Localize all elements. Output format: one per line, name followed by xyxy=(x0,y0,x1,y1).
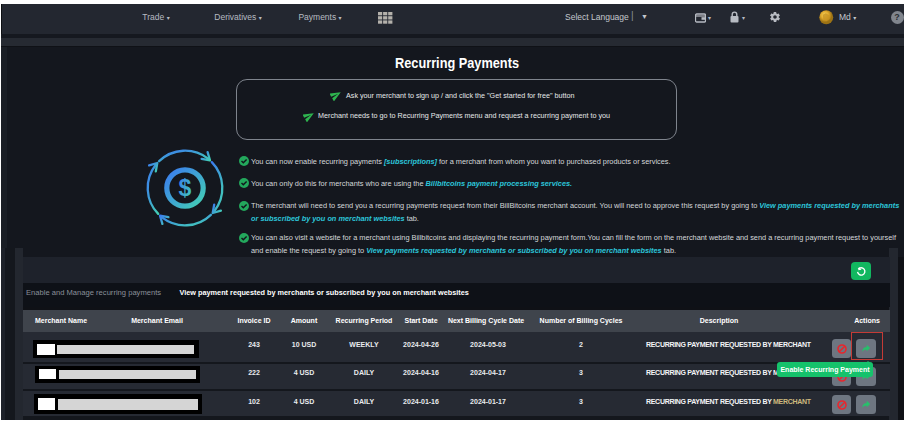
svg-text:$: $ xyxy=(179,175,192,201)
